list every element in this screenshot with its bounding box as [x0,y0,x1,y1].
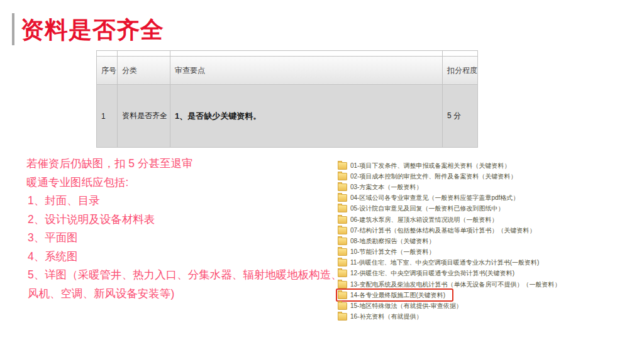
table-top-sliver [118,51,170,56]
notes-list-item: 5、详图（采暖管井、热力入口、分集水器、辐射地暖地板构造、风机、空调、新风设备安… [26,266,346,303]
folder-icon [338,162,347,170]
table-top-sliver [170,51,442,56]
table-header-points: 审查要点 [170,57,442,84]
folder-item-label: 01-项目下发条件、调整申报或备案相关资料（关键资料） [350,162,510,170]
folder-item-label: 06-建筑水泵房、屋顶水箱设置情况说明（一般资料） [350,216,497,224]
folder-item: 16-补充资料（有就提供） [338,312,560,322]
folder-item: 07-结构计算书（包括整体结构及基础等单项计算书）（关键资料） [338,225,560,236]
folder-item: 02-项目成本控制的审批文件、附件及备案资料（关键资料） [338,171,560,182]
folder-icon [338,184,347,191]
folder-icon [338,281,347,288]
folder-icon [338,205,347,212]
folder-item: 14-各专业最终版施工图(关键资料) [337,290,452,300]
folder-item: 03-方案文本（一般资料） [338,182,560,192]
folder-item: 10-节能计算文件（一般资料） [338,247,560,258]
notes-line-1: 若催资后仍缺图，扣 5 分甚至退审 [26,155,346,173]
notes-list-item: 2、设计说明及设备材料表 [26,211,346,229]
table-top-sliver [97,51,117,56]
title-accent-bar [12,13,14,45]
folder-item-label: 08-地质勘察报告（关键资料） [350,237,435,246]
table-top-sliver [443,51,477,56]
folder-item-label: 05-设计院自审意见及回复（一般资料已修改到图纸中） [350,204,504,213]
folder-icon [338,292,347,299]
folder-item: 08-地质勘察报告（关键资料） [338,236,560,246]
slide: 资料是否齐全 序号 分类 审查要点 扣分程度 1 资料是否齐全 1、是否缺少关键… [0,0,644,362]
folder-item-label: 07-结构计算书（包括整体结构及基础等单项计算书）（关键资料） [350,226,535,235]
folder-icon [338,270,347,277]
folder-item-label: 12-供暖住宅、中央空调项目暖通专业负荷计算书(关键资料) [350,269,514,278]
folder-item-label: 14-各专业最终版施工图(关键资料) [350,291,445,300]
folder-icon [338,227,347,234]
folder-item-label: 15-地区特殊做法（有就提供-审查依据） [350,302,462,310]
folder-list: 01-项目下发条件、调整申报或备案相关资料（关键资料） 02-项目成本控制的审批… [338,160,560,322]
folder-icon [338,248,347,256]
folder-icon [338,194,347,202]
folder-icon [338,238,347,245]
notes-line-2: 暖通专业图纸应包括: [26,173,346,192]
table-cell-category: 资料是否齐全 [118,85,170,147]
folder-icon [338,302,347,310]
folder-icon [338,216,347,224]
notes-list-item: 3、平面图 [26,229,346,248]
folder-item: 04-区域公司各专业审查意见（一般资料应签字盖章pdf格式） [338,193,560,204]
notes-list: 1、封面、目录 2、设计说明及设备材料表 3、平面图 4、系统图 5、详图（采暖… [26,192,346,303]
folder-item: 06-建筑水泵房、屋顶水箱设置情况说明（一般资料） [338,214,560,225]
table-cell-deduction: 5 分 [443,85,477,147]
page-title: 资料是否齐全 [21,14,164,46]
folder-item: 15-地区特殊做法（有就提供-审查依据） [338,300,560,311]
folder-item: 12-供暖住宅、中央空调项目暖通专业负荷计算书(关键资料) [338,268,560,279]
folder-item-label: 04-区域公司各专业审查意见（一般资料应签字盖章pdf格式） [350,194,519,202]
review-table: 序号 分类 审查要点 扣分程度 1 资料是否齐全 1、是否缺少关键资料。 5 分 [96,50,478,148]
folder-icon [338,313,347,321]
folder-item-label: 11-供暖住宅、地下室、中央空调项目暖通专业水力计算书(一般资料) [350,258,539,267]
notes-list-item: 1、封面、目录 [26,192,346,211]
table-header-no: 序号 [97,57,117,84]
folder-item-label: 03-方案文本（一般资料） [350,183,422,192]
folder-item-label: 10-节能计算文件（一般资料） [350,248,435,256]
folder-item-label: 16-补充资料（有就提供） [350,312,422,321]
table-cell-no: 1 [97,85,117,147]
folder-icon [338,173,347,180]
table-header-deduction: 扣分程度 [443,57,477,84]
folder-item: 01-项目下发条件、调整申报或备案相关资料（关键资料） [338,160,560,171]
folder-icon [338,259,347,266]
folder-item: 13-变配电系统及柴油发电机计算书（单体无设备房可不提供）（一般资料） [338,279,560,290]
notes-list-item: 4、系统图 [26,248,346,266]
table-header-category: 分类 [118,57,170,84]
folder-item: 05-设计院自审意见及回复（一般资料已修改到图纸中） [338,204,560,214]
table-cell-points: 1、是否缺少关键资料。 [170,85,442,147]
folder-item: 11-供暖住宅、地下室、中央空调项目暖通专业水力计算书(一般资料) [338,258,560,268]
notes-block: 若催资后仍缺图，扣 5 分甚至退审 暖通专业图纸应包括: 1、封面、目录 2、设… [26,155,346,303]
folder-item-label: 13-变配电系统及柴油发电机计算书（单体无设备房可不提供）（一般资料） [350,280,560,289]
folder-item-label: 02-项目成本控制的审批文件、附件及备案资料（关键资料） [350,172,516,181]
